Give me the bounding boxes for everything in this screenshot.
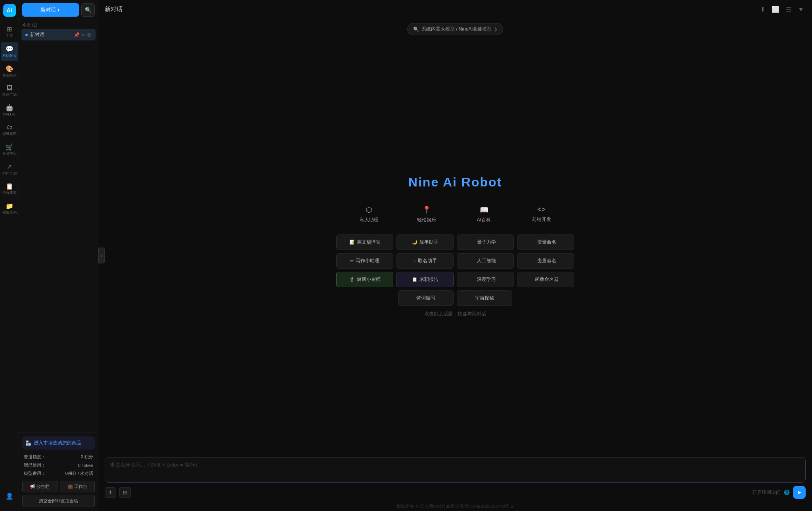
sidebar-collapse-handle[interactable]: ‹ — [98, 248, 105, 263]
draw-label: 专业绘画 — [2, 73, 17, 78]
category-grid: ⬡ 私人助理 📍 轻松娱乐 📖 AI百科 <> 前端开发 — [344, 202, 566, 227]
leisure-label: 轻松娱乐 — [417, 217, 436, 223]
upload-icon: ⬆ — [108, 490, 113, 496]
footer-buttons: 📢 公告栏 💼 工作台 — [22, 481, 95, 492]
chevron-right-icon: ❯ — [494, 27, 497, 31]
universe-label: 宇宙探秘 — [475, 295, 494, 302]
chat-item-name: 新对话 — [30, 31, 71, 38]
used-value: 0 Token — [78, 463, 93, 468]
globe-icon[interactable]: 🌐 — [784, 490, 790, 495]
app-logo: AI — [2, 3, 17, 17]
chat-input[interactable] — [110, 461, 801, 477]
naming3-label: 变量命名 — [537, 257, 556, 264]
upload-icon-btn[interactable]: ⬆ — [758, 4, 767, 15]
user-icon: 👤 — [6, 492, 13, 500]
robot-title: Nine Ai Robot — [408, 175, 502, 190]
sidebar-item-dalle[interactable]: 🤖 DALL-E — [1, 101, 18, 120]
delete-icon[interactable]: 🗑 — [87, 32, 92, 38]
poetry-label: 诗词编写 — [416, 295, 435, 302]
edit-icon[interactable]: ✏ — [81, 32, 85, 38]
sidebar-item-home[interactable]: ⊞ 主页 — [1, 22, 18, 41]
topic-story[interactable]: 🌙故事助手 — [396, 234, 454, 250]
topic-job[interactable]: 📋求职报告 — [396, 272, 454, 287]
sidebar-header: 新对话＋ 🔍 — [19, 0, 98, 20]
share-icon: ↗ — [7, 163, 12, 171]
sidebar-item-share[interactable]: ↗ 推广计划 — [1, 160, 18, 179]
category-wiki[interactable]: 📖 AI百科 — [459, 202, 509, 227]
upload-file-button[interactable]: ⬆ — [105, 487, 116, 498]
search-button[interactable]: 🔍 — [81, 3, 95, 17]
job-label: 求职报告 — [419, 276, 439, 283]
workspace-button[interactable]: 💼 工作台 — [60, 481, 95, 492]
send-button[interactable]: ➤ — [793, 486, 806, 499]
topic-deep-learn[interactable]: 深度学习 — [457, 272, 514, 287]
pin-icon[interactable]: 📌 — [74, 32, 80, 38]
sidebar-item-docs[interactable]: 📁 部署文档 — [1, 199, 18, 218]
topics-row4: 诗词编写宇宙探秘 — [336, 290, 574, 306]
quantum-label: 量子力学 — [477, 239, 496, 246]
chat-dot — [25, 34, 28, 36]
topic-func-naming[interactable]: 函数命名器 — [517, 272, 574, 287]
nav-bottom: 👤 — [1, 489, 18, 511]
todo-label: 待办事项 — [2, 191, 17, 195]
sidebar-item-chat[interactable]: 💬 对话聊天 — [1, 42, 18, 61]
topic-writing[interactable]: ✏写作小助理 — [336, 253, 393, 269]
topic-naming2[interactable]: ~取名助手 — [396, 253, 454, 269]
model-selector[interactable]: 🔍 系统内置大模型 / NineAi高速模型 ❯ — [407, 23, 503, 35]
input-toolbar: ⬆ ⊞ 开启联网访问 🌐 ➤ — [105, 486, 806, 499]
sidebar-item-vip[interactable]: 🛒 会员中心 — [1, 140, 18, 159]
sidebar-item-todo[interactable]: 📋 待办事项 — [1, 179, 18, 198]
used-row: 我已使用： 0 Token — [22, 461, 95, 469]
console-icon: 📢 — [30, 484, 35, 489]
new-chat-button[interactable]: 新对话＋ — [22, 3, 79, 17]
category-frontend[interactable]: <> 前端开发 — [517, 202, 566, 227]
market-icon: 🏪 — [25, 440, 31, 446]
story-label: 故事助手 — [419, 239, 439, 246]
menu-icon-btn[interactable]: ☰ — [784, 4, 793, 15]
category-private[interactable]: ⬡ 私人助理 — [344, 202, 394, 227]
share-label: 推广计划 — [2, 171, 17, 176]
topic-universe[interactable]: 宇宙探秘 — [457, 290, 512, 306]
topics-row3: 🍴健康小厨师📋求职报告深度学习函数命名器 — [336, 272, 574, 287]
balance-row: 普通额度： 0 积分 — [22, 453, 95, 461]
home-icon: ⊞ — [7, 25, 12, 33]
dalle-icon: 🤖 — [6, 104, 13, 111]
home-label: 主页 — [6, 34, 13, 38]
en-translate-icon: 📝 — [349, 240, 355, 245]
console-button[interactable]: 📢 公告栏 — [22, 481, 57, 492]
topic-quantum[interactable]: 量子力学 — [457, 234, 514, 250]
ai-intro-label: 人工智能 — [477, 257, 496, 264]
naming2-label: 取名助手 — [418, 257, 437, 264]
topics-row1: 📝英文翻译官🌙故事助手量子力学变量命名 — [336, 234, 574, 250]
search-small-icon: 🔍 — [413, 27, 419, 32]
category-leisure[interactable]: 📍 轻松娱乐 — [402, 202, 451, 227]
chat-hint: 点击以上话题，快速与我对话 — [424, 311, 486, 317]
topic-naming3[interactable]: 变量命名 — [517, 253, 574, 269]
chat-item[interactable]: 新对话 📌 ✏ 🗑 — [21, 29, 96, 40]
topic-ai-intro[interactable]: 人工智能 — [457, 253, 514, 269]
clear-sessions-button[interactable]: 清空全部非置顶会话 — [22, 495, 95, 507]
topic-chef[interactable]: 🍴健康小厨师 — [336, 272, 393, 287]
topbar-actions: ⬆ ⬜ ☰ ▼ — [758, 4, 806, 15]
draw-icon: 🎨 — [6, 65, 13, 73]
frontend-icon: <> — [537, 206, 546, 214]
sidebar-item-user[interactable]: 👤 — [1, 489, 18, 504]
input-area: ⬆ ⊞ 开启联网访问 🌐 ➤ — [98, 453, 812, 502]
expand-icon-btn[interactable]: ▼ — [796, 4, 806, 15]
save-icon-btn[interactable]: ⬜ — [770, 4, 781, 15]
sidebar-item-mindmap[interactable]: 🗂 思维导图 — [1, 121, 18, 139]
topic-en-translate[interactable]: 📝英文翻译官 — [336, 234, 393, 250]
mindmap-label: 思维导图 — [2, 132, 17, 136]
func-naming-label: 函数命名器 — [535, 276, 559, 283]
chat-item-actions: 📌 ✏ 🗑 — [74, 32, 92, 38]
writing-label: 写作小助理 — [356, 257, 379, 264]
gallery-label: 绘画广场 — [2, 92, 17, 97]
table-button[interactable]: ⊞ — [119, 487, 131, 498]
market-link[interactable]: 🏪 进入市场选购您的商品 — [22, 436, 95, 450]
workspace-icon: 💼 — [67, 484, 73, 489]
topic-poetry[interactable]: 诗词编写 — [398, 290, 454, 306]
sidebar-item-draw[interactable]: 🎨 专业绘画 — [1, 62, 18, 81]
topic-naming1[interactable]: 变量命名 — [517, 234, 574, 250]
gallery-icon: 🖼 — [6, 85, 13, 92]
sidebar-item-gallery[interactable]: 🖼 绘画广场 — [1, 81, 18, 100]
